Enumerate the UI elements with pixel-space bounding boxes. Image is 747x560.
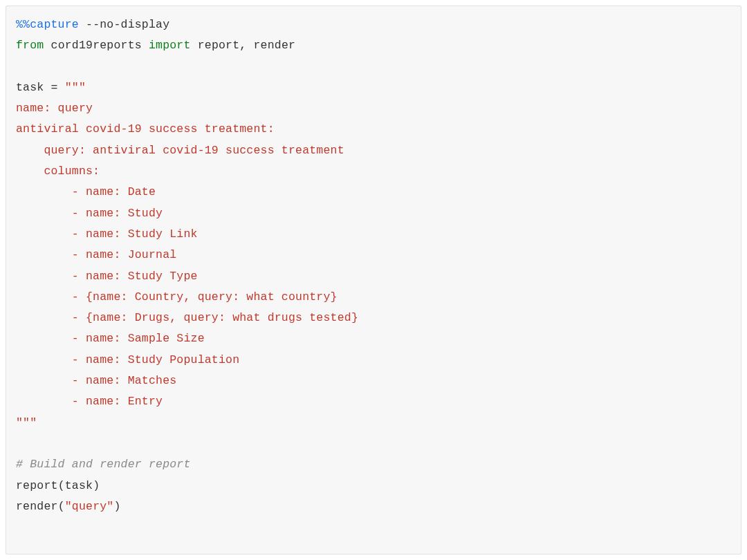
code-line-assign: task = """ [16,77,731,98]
yaml-line: columns: [16,161,731,182]
yaml-line: - name: Study [16,203,731,224]
yaml-line: - name: Sample Size [16,328,731,349]
magic-command: %%capture [16,18,79,31]
blank-line [16,57,731,77]
code-line-import: from cord19reports import report, render [16,35,731,56]
magic-arg: --no-display [79,18,169,31]
yaml-line: - {name: Country, query: what country} [16,287,731,308]
yaml-line: - {name: Drugs, query: what drugs tested… [16,308,731,328]
yaml-line: query: antiviral covid-19 success treatm… [16,140,731,161]
yaml-line: - name: Entry [16,391,731,412]
kw-import: import [149,39,191,52]
code-line-call: report(task) [16,476,731,496]
assign-lhs: task [16,81,51,94]
yaml-line: - name: Study Link [16,224,731,245]
code-line-call: render("query") [16,496,731,517]
paren-close: ) [93,479,100,492]
yaml-line: - name: Study Type [16,266,731,287]
code-cell[interactable]: %%capture --no-displayfrom cord19reports… [6,6,741,554]
import-names: report, render [191,39,296,52]
yaml-line: - name: Matches [16,371,731,391]
import-module: cord19reports [44,39,149,52]
fn-arg: "query" [65,500,114,513]
fn-name: report [16,479,58,492]
yaml-line: - name: Study Population [16,350,731,371]
yaml-line: - name: Date [16,182,731,203]
yaml-line: name: query [16,98,731,119]
yaml-line: antiviral covid-19 success treatment: [16,119,731,140]
comment-line: # Build and render report [16,454,731,475]
blank-line [16,433,731,454]
paren-open: ( [58,500,65,513]
fn-name: render [16,500,58,513]
kw-from: from [16,39,44,52]
paren-open: ( [58,479,65,492]
fn-arg: task [65,479,93,492]
string-open: """ [58,81,86,94]
string-close: """ [16,413,731,433]
assign-op: = [51,81,58,94]
yaml-line: - name: Journal [16,245,731,265]
code-line-magic: %%capture --no-display [16,15,731,35]
paren-close: ) [113,500,120,513]
